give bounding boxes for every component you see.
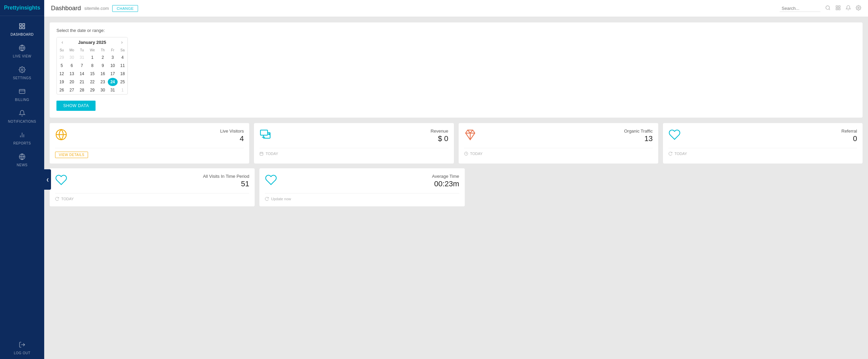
calendar-prev-button[interactable]: ‹ [60, 39, 65, 45]
news-icon [19, 153, 25, 162]
search-input[interactable] [780, 5, 820, 12]
avg-time-icon [265, 174, 277, 188]
calendar-day[interactable]: 27 [67, 86, 77, 94]
gear-icon[interactable] [856, 5, 861, 12]
calendar-day[interactable]: 31 [108, 86, 118, 94]
calendar-day[interactable]: 29 [57, 53, 67, 62]
day-header-tu: Tu [77, 47, 87, 53]
sidebar-item-logout[interactable]: LOG OUT [0, 337, 44, 359]
footer-update-avg[interactable]: Update now [271, 197, 291, 201]
content-area: Select the date or range: ‹ January 2025… [44, 17, 868, 359]
calendar-day[interactable]: 21 [77, 78, 87, 86]
metric-top: Live Visitors 4 [55, 129, 244, 143]
footer-today-organic: TODAY [470, 152, 483, 156]
metric-revenue: Revenue $ 0 TODAY [254, 123, 454, 164]
calendar-day[interactable]: 25 [118, 78, 127, 86]
calendar-day[interactable]: 11 [118, 62, 127, 70]
calendar-day[interactable]: 13 [67, 70, 77, 78]
sidebar-item-dashboard[interactable]: DASHBOARD [0, 19, 44, 40]
calendar-day[interactable]: 30 [98, 86, 108, 94]
calendar-day[interactable]: 9 [98, 62, 108, 70]
footer-today-revenue: TODAY [266, 152, 278, 156]
calendar-day[interactable]: 28 [77, 86, 87, 94]
sidebar-item-news[interactable]: NEWS [0, 149, 44, 171]
footer-today-referral: TODAY [675, 152, 687, 156]
calendar-day[interactable]: 30 [67, 53, 77, 62]
calendar-day[interactable]: 29 [87, 86, 98, 94]
sidebar-item-settings[interactable]: SETTINGS [0, 62, 44, 84]
logo: Prettyinsights [0, 0, 44, 16]
calendar-day[interactable]: 4 [118, 53, 127, 62]
header: Dashboard sitemile.com CHANGE [44, 0, 868, 17]
svg-point-6 [21, 69, 23, 71]
view-details-button[interactable]: VIEW DETAILS [55, 152, 88, 158]
calendar-next-button[interactable]: › [120, 39, 124, 45]
page-title: Dashboard [51, 5, 81, 12]
logo-pretty: Pretty [4, 5, 19, 11]
calendar-day[interactable]: 18 [118, 70, 127, 78]
calendar-day[interactable]: 6 [67, 62, 77, 70]
calendar-day[interactable]: 10 [108, 62, 118, 70]
calendar-day[interactable]: 5 [57, 62, 67, 70]
footer-today-all-visits: TODAY [61, 197, 74, 201]
calendar-day[interactable]: 20 [67, 78, 77, 86]
live-view-icon [19, 45, 25, 53]
calendar-day[interactable]: 14 [77, 70, 87, 78]
change-button[interactable]: CHANGE [112, 5, 138, 12]
metric-live-visitors: Live Visitors 4 VIEW DETAILS [50, 123, 249, 164]
svg-line-16 [829, 9, 830, 10]
date-range-label: Select the date or range: [56, 28, 856, 33]
logo-insights: insights [19, 5, 40, 11]
calendar-day[interactable]: 19 [57, 78, 67, 86]
show-data-button[interactable]: SHOW DATA [56, 101, 96, 111]
calendar-day[interactable]: 8 [87, 62, 98, 70]
metric-label-revenue: Revenue [272, 129, 448, 134]
calendar-day[interactable]: 23 [98, 78, 108, 86]
calendar-day[interactable]: 7 [77, 62, 87, 70]
metric-top: Revenue $ 0 [259, 129, 448, 143]
day-header-su: Su [57, 47, 67, 53]
calendar-day[interactable]: 2 [98, 53, 108, 62]
metrics-row-1: Live Visitors 4 VIEW DETAILS Revenue [50, 123, 863, 164]
calendar-day[interactable]: 24 [108, 78, 118, 86]
metric-label-referral: Referral [681, 129, 857, 134]
calendar-day[interactable]: 31 [77, 53, 87, 62]
sidebar-item-billing[interactable]: BILLING [0, 84, 44, 106]
organic-icon [464, 129, 476, 142]
grid-icon[interactable] [835, 5, 841, 12]
sidebar-toggle[interactable]: ❮ [44, 169, 51, 190]
notifications-icon [19, 110, 25, 118]
sidebar-item-live-view[interactable]: LIVE VIEW [0, 40, 44, 62]
metric-label-average-time: Average Time [277, 174, 459, 179]
search-icon[interactable] [825, 5, 831, 12]
visits-icon [55, 174, 67, 188]
svg-point-21 [858, 7, 859, 8]
calendar-day[interactable]: 3 [108, 53, 118, 62]
calendar-day[interactable]: 22 [87, 78, 98, 86]
logout-icon [19, 341, 25, 350]
metric-value-all-visits: 51 [67, 180, 249, 188]
revenue-icon [259, 129, 272, 142]
sidebar-item-reports[interactable]: REPORTS [0, 127, 44, 149]
calendar-day[interactable]: 16 [98, 70, 108, 78]
metric-footer-revenue: TODAY [259, 152, 448, 156]
main-content: Dashboard sitemile.com CHANGE Select the… [44, 0, 868, 359]
svg-rect-26 [260, 152, 263, 155]
sidebar: Prettyinsights DASHBOARD LIVE VIEW SETTI… [0, 0, 44, 359]
sidebar-label-notifications: NOTIFICATIONS [8, 120, 36, 123]
calendar-day[interactable]: 1 [87, 53, 98, 62]
calendar-day[interactable]: 26 [57, 86, 67, 94]
sidebar-item-notifications[interactable]: NOTIFICATIONS [0, 106, 44, 127]
svg-rect-3 [20, 27, 22, 29]
bell-icon[interactable] [846, 5, 851, 12]
calendar-day[interactable]: 17 [108, 70, 118, 78]
day-header-fr: Fr [108, 47, 118, 53]
metric-label-live-visitors: Live Visitors [67, 129, 244, 134]
header-actions [780, 5, 861, 12]
calendar-day[interactable]: 15 [87, 70, 98, 78]
calendar-day[interactable]: 12 [57, 70, 67, 78]
metric-top: Organic Traffic 13 [464, 129, 653, 143]
calendar: ‹ January 2025 › Su Mo Tu We Th [56, 37, 128, 95]
sidebar-label-logout: LOG OUT [14, 351, 31, 355]
calendar-day[interactable]: 1 [118, 86, 127, 94]
